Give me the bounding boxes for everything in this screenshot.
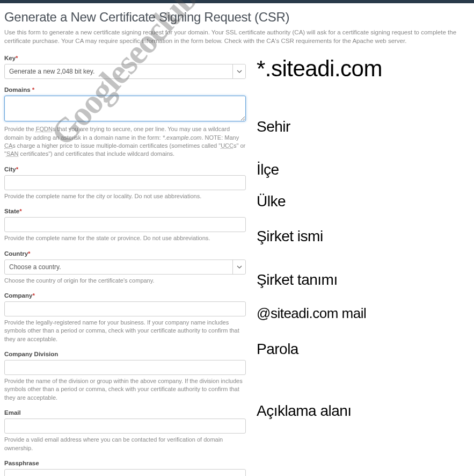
annotation-description: Açıklama alanı bbox=[257, 402, 352, 420]
field-key: Key* Generate a new 2,048 bit key. bbox=[4, 55, 246, 79]
country-label: Country* bbox=[4, 250, 246, 257]
field-state: State* Provide the complete name for the… bbox=[4, 208, 246, 242]
field-city: City* Provide the complete name for the … bbox=[4, 166, 246, 200]
state-input[interactable] bbox=[4, 217, 246, 232]
key-label: Key* bbox=[4, 55, 246, 61]
key-label-text: Key bbox=[4, 55, 16, 61]
country-label-text: Country bbox=[4, 250, 28, 257]
annotation-email: @siteadi.com mail bbox=[257, 305, 366, 322]
help-text: s charge a higher price to issue multipl… bbox=[12, 142, 221, 149]
domains-help: Provide the FQDNs that you are trying to… bbox=[4, 125, 246, 158]
annotation-country: Ülke bbox=[257, 193, 286, 210]
country-select-wrap: Choose a country. bbox=[4, 259, 246, 275]
domains-label: Domains * bbox=[4, 86, 246, 93]
state-label-text: State bbox=[4, 208, 19, 214]
email-label: Email bbox=[4, 409, 246, 416]
city-label: City* bbox=[4, 166, 246, 172]
field-email: Email Provide a valid email address wher… bbox=[4, 409, 246, 452]
page-intro: Use this form to generate a new certific… bbox=[4, 28, 470, 45]
company-input[interactable] bbox=[4, 301, 246, 316]
passphrase-label: Passphrase bbox=[4, 460, 246, 466]
field-division: Company Division Provide the name of the… bbox=[4, 351, 246, 402]
annotation-city: Sehir bbox=[257, 118, 290, 135]
division-help: Provide the name of the division or grou… bbox=[4, 377, 246, 402]
country-help: Choose the country of origin for the cer… bbox=[4, 277, 246, 285]
help-example: *.example.com bbox=[163, 134, 202, 141]
city-help: Provide the complete name for the city o… bbox=[4, 192, 246, 200]
field-domains: Domains * Provide the FQDNs that you are… bbox=[4, 86, 246, 158]
help-ca: CA bbox=[4, 142, 12, 149]
field-company: Company* Provide the legally-registered … bbox=[4, 292, 246, 343]
passphrase-input[interactable] bbox=[4, 469, 246, 476]
help-text: Provide the bbox=[4, 126, 36, 132]
city-label-text: City bbox=[4, 166, 16, 172]
annotation-column: *.siteadi.com Sehir İlçe Ülke Şirket ism… bbox=[257, 55, 470, 476]
required-asterisk: * bbox=[28, 250, 30, 257]
annotation-domains: *.siteadi.com bbox=[257, 56, 382, 82]
page-container: Generate a New Certificate Signing Reque… bbox=[0, 3, 474, 476]
key-select-wrap: Generate a new 2,048 bit key. bbox=[4, 64, 246, 79]
key-select[interactable]: Generate a new 2,048 bit key. bbox=[4, 64, 246, 79]
email-input[interactable] bbox=[4, 419, 246, 434]
country-select[interactable]: Choose a country. bbox=[4, 259, 246, 275]
required-asterisk: * bbox=[16, 166, 18, 172]
required-asterisk: * bbox=[32, 86, 34, 93]
state-label: State* bbox=[4, 208, 246, 214]
company-help: Provide the legally-registered name for … bbox=[4, 319, 246, 343]
division-input[interactable] bbox=[4, 360, 246, 375]
layout-row: Key* Generate a new 2,048 bit key. Domai… bbox=[4, 55, 470, 476]
help-ucc: UCC bbox=[221, 142, 234, 149]
annotation-division: Şirket tanımı bbox=[257, 271, 338, 289]
help-text: . NOTE: Many bbox=[201, 134, 239, 141]
annotation-passphrase: Parola bbox=[257, 341, 298, 358]
form-column: Key* Generate a new 2,048 bit key. Domai… bbox=[4, 55, 246, 476]
annotation-company: Şirket ismi bbox=[257, 228, 323, 245]
required-asterisk: * bbox=[16, 55, 18, 61]
state-help: Provide the complete name for the state … bbox=[4, 234, 246, 242]
city-input[interactable] bbox=[4, 175, 246, 190]
domains-label-text: Domains bbox=[4, 86, 31, 93]
email-help: Provide a valid email address where you … bbox=[4, 436, 246, 452]
company-label: Company* bbox=[4, 292, 246, 299]
domains-input[interactable] bbox=[4, 96, 246, 121]
page-title: Generate a New Certificate Signing Reque… bbox=[4, 10, 470, 25]
division-label: Company Division bbox=[4, 351, 246, 357]
help-san: SAN bbox=[6, 150, 19, 157]
field-country: Country* Choose a country. Choose the co… bbox=[4, 250, 246, 285]
company-label-text: Company bbox=[4, 292, 32, 299]
required-asterisk: * bbox=[19, 208, 21, 214]
help-text: certificates") and certificates that inc… bbox=[19, 150, 175, 157]
annotation-state: İlçe bbox=[257, 161, 279, 178]
help-fqdn: FQDN bbox=[36, 126, 53, 132]
field-passphrase: Passphrase Some certificate authorities … bbox=[4, 460, 246, 476]
required-asterisk: * bbox=[32, 292, 34, 299]
